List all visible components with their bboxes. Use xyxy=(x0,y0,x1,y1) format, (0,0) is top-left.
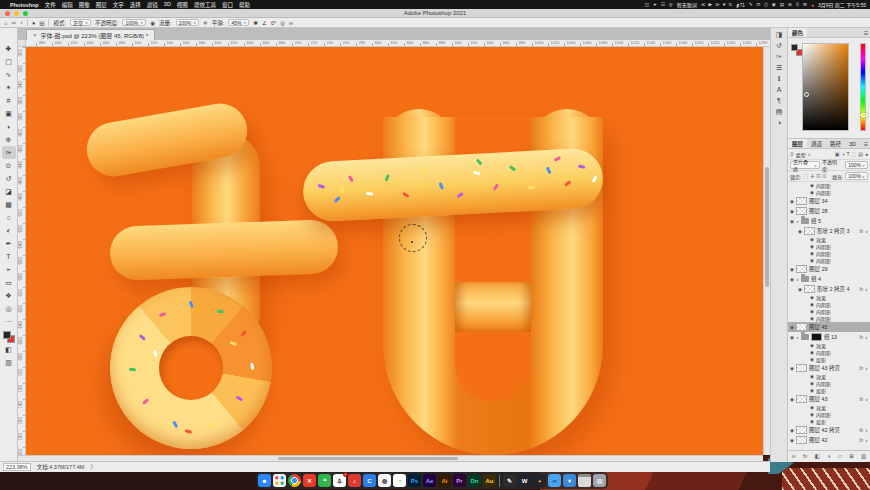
path-select-tool[interactable]: ➣ xyxy=(2,263,16,276)
smoothing-options-gear-icon[interactable]: ✱ xyxy=(253,20,258,26)
group-collapse-caret[interactable]: ∨ xyxy=(796,219,799,224)
hue-slider[interactable] xyxy=(860,43,866,131)
menu-帮助[interactable]: 帮助 xyxy=(239,1,250,9)
layer-visibility-toggle[interactable]: ◉ xyxy=(798,287,802,292)
effect-visibility-toggle[interactable]: ◉ xyxy=(810,412,814,417)
effect-visibility-toggle[interactable]: ◉ xyxy=(810,190,814,195)
dock-app-files-folder[interactable]: ▰ xyxy=(548,474,561,487)
dock-app-contacts[interactable]: ☻ xyxy=(258,474,271,487)
layer-row[interactable]: ◉图层 43 拷贝fx∨ xyxy=(788,363,870,373)
layer-row[interactable]: ◉图层 28 xyxy=(788,206,870,216)
effect-row[interactable]: ◉内阴影 xyxy=(788,411,870,418)
effect-row[interactable]: ◉内阴影 xyxy=(788,250,870,257)
effect-row[interactable]: ◉投影 xyxy=(788,356,870,363)
dock-app-qq[interactable]: ♙ xyxy=(333,474,346,487)
layer-row[interactable]: ◉图层 43fx∨ xyxy=(788,394,870,404)
filter-type-label[interactable]: 类型 xyxy=(796,151,806,158)
display-mirror-icon[interactable]: ◫ xyxy=(645,2,649,7)
lock-icon[interactable]: ✛ xyxy=(810,173,814,180)
effect-visibility-toggle[interactable]: ◉ xyxy=(810,244,814,249)
effect-visibility-toggle[interactable]: ◉ xyxy=(810,183,814,188)
effects-header-row[interactable]: ◉效果 xyxy=(788,342,870,349)
lock-icon[interactable]: ⊡ xyxy=(816,173,820,180)
fx-collapse-caret[interactable]: ∨ xyxy=(865,366,868,371)
layer-thumbnail[interactable] xyxy=(804,285,815,293)
layers-panel-menu-icon[interactable]: ☰ xyxy=(864,141,868,147)
character-panel-icon[interactable]: A xyxy=(777,86,782,94)
layer-group-row[interactable]: ◉∨组 5 xyxy=(788,216,870,226)
layer-row[interactable]: ◉图层 42 拷贝fx∨ xyxy=(788,425,870,435)
new-layer-icon[interactable]: ⊞ xyxy=(849,453,854,459)
layer-visibility-toggle[interactable]: ◉ xyxy=(790,209,794,214)
dock-app-downloads-folder[interactable]: ▾ xyxy=(563,474,576,487)
effect-visibility-toggle[interactable]: ◉ xyxy=(810,405,814,410)
layer-fx-badge[interactable]: fx xyxy=(860,397,864,402)
repeat-icon[interactable]: ↻ xyxy=(728,2,732,7)
color-picker-cursor[interactable] xyxy=(804,92,809,97)
menu-文件[interactable]: 文件 xyxy=(45,1,56,9)
document-canvas[interactable] xyxy=(26,47,763,455)
layer-style-icon[interactable]: fx xyxy=(803,453,807,459)
dock-app-pen-app[interactable]: ✎ xyxy=(503,474,516,487)
dock-app-netease-music[interactable]: ♪ xyxy=(348,474,361,487)
effect-row[interactable]: ◉投影 xyxy=(788,387,870,394)
pen-icon[interactable]: ✎ xyxy=(749,2,753,7)
effect-visibility-toggle[interactable]: ◉ xyxy=(810,374,814,379)
hand-tool[interactable]: ❖ xyxy=(2,289,16,302)
layer-row[interactable]: ◉形状 2 拷贝 4fx∨ xyxy=(788,284,870,294)
menu-滤镜[interactable]: 滤镜 xyxy=(147,1,158,9)
flow-select[interactable]: 100%∨ xyxy=(176,19,200,26)
layer-group-row[interactable]: ◉∨组 13fx∨ xyxy=(788,332,870,342)
dock-app-trash[interactable]: ▥ xyxy=(593,474,606,487)
fx-collapse-caret[interactable]: ∨ xyxy=(865,428,868,433)
dock-app-wechat[interactable]: ❝ xyxy=(318,474,331,487)
effect-visibility-toggle[interactable]: ◉ xyxy=(810,295,814,300)
dock-app-minimized-window[interactable] xyxy=(578,474,591,487)
new-group-icon[interactable]: ▱ xyxy=(838,453,842,459)
gradient-tool[interactable]: ▩ xyxy=(2,198,16,211)
group-collapse-caret[interactable]: ∨ xyxy=(796,277,799,282)
layer-row[interactable]: ◉图层 42fx∨ xyxy=(788,435,870,445)
tab-路径[interactable]: 路径 xyxy=(826,139,845,148)
brush-tool-icon[interactable]: ✑ xyxy=(11,20,16,26)
symmetry-icon[interactable]: ∞ xyxy=(289,20,293,26)
layer-thumbnail[interactable] xyxy=(796,426,807,434)
effect-visibility-toggle[interactable]: ◉ xyxy=(810,251,814,256)
location-icon[interactable]: ◎ xyxy=(669,2,673,7)
status-chevron-icon[interactable]: 〉 xyxy=(90,463,96,471)
layer-visibility-toggle[interactable]: ◉ xyxy=(790,438,794,443)
clone-stamp-tool[interactable]: ⊙ xyxy=(2,159,16,172)
layer-visibility-toggle[interactable]: ◉ xyxy=(790,277,794,282)
effects-header-row[interactable]: ◉效果 xyxy=(788,294,870,301)
healing-brush-tool[interactable]: ⊕ xyxy=(2,133,16,146)
document-tab[interactable]: × 字体-甜.psd @ 223% (图层 45, RGB/8) * xyxy=(26,29,155,40)
effect-row[interactable]: ◉内阴影 xyxy=(788,308,870,315)
menu-视图[interactable]: 视图 xyxy=(177,1,188,9)
wifi-icon[interactable]: ⋒ xyxy=(788,2,792,7)
eraser-tool[interactable]: ◪ xyxy=(2,185,16,198)
layers-opacity-select[interactable]: 100%∨ xyxy=(845,161,868,169)
dock-app-red-x-app[interactable]: ✕ xyxy=(303,474,316,487)
filter-search-icon[interactable]: ⚲ xyxy=(790,151,794,157)
saturation-brightness-box[interactable] xyxy=(802,43,849,131)
brush-preset-picker[interactable]: ● xyxy=(32,20,35,26)
heart-icon[interactable]: ♥ xyxy=(723,2,726,7)
layer-visibility-toggle[interactable]: ◉ xyxy=(790,397,794,402)
effect-visibility-toggle[interactable]: ◉ xyxy=(810,343,814,348)
chevron-down-icon[interactable]: ∨ xyxy=(20,20,23,25)
layer-row[interactable]: ◉图层 29 xyxy=(788,264,870,274)
fx-collapse-caret[interactable]: ∨ xyxy=(865,397,868,402)
effect-visibility-toggle[interactable]: ◉ xyxy=(810,381,814,386)
blur-tool[interactable]: ○ xyxy=(2,211,16,224)
magic-wand-tool[interactable]: ✶ xyxy=(2,81,16,94)
record-icon[interactable]: ◉ xyxy=(772,2,776,7)
pen-tool[interactable]: ✒ xyxy=(2,237,16,250)
dock-app-audition[interactable]: Au xyxy=(483,474,496,487)
fx-collapse-caret[interactable]: ∨ xyxy=(865,287,868,292)
dock-app-dimension[interactable]: Dn xyxy=(468,474,481,487)
history-panel-icon[interactable]: ↺ xyxy=(776,42,782,50)
effect-row[interactable]: ◉内阴影 xyxy=(788,182,870,189)
fx-collapse-caret[interactable]: ∨ xyxy=(865,335,868,340)
dock-app-illustrator[interactable]: Ai xyxy=(438,474,451,487)
zoom-tool[interactable]: ◎ xyxy=(2,302,16,315)
